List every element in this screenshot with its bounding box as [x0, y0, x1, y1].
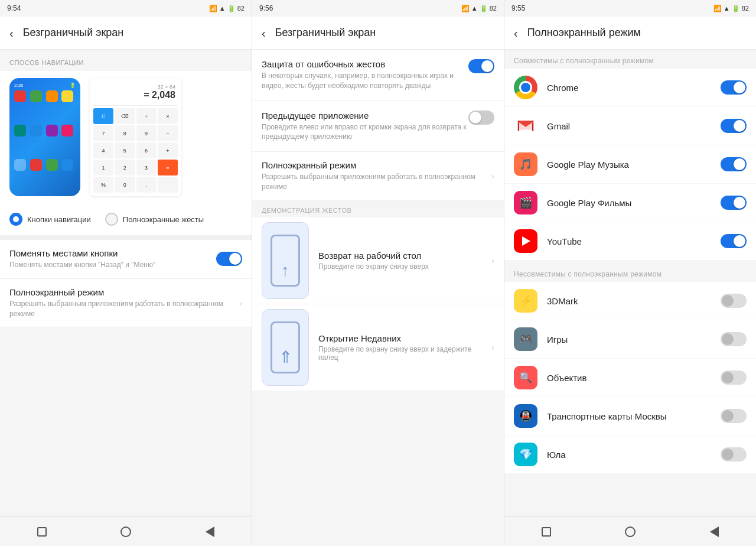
app-item-games[interactable]: 🎮 Игры [504, 320, 756, 359]
nav-square-btn[interactable] [27, 517, 57, 547]
toggle-thumb [734, 120, 745, 132]
divider-1 [0, 235, 252, 240]
nav-options: Кнопки навигации Полноэкранные жесты [0, 203, 252, 235]
swap-buttons-item[interactable]: Поменять местами кнопки Поменять местами… [0, 240, 252, 279]
gesture-protection-item[interactable]: Защита от ошибочных жестов В некоторых с… [252, 50, 504, 101]
lens-name: Объектив [547, 373, 711, 383]
app-item-yula[interactable]: 💎 Юла [504, 436, 756, 474]
panel-right: 9:55 📶 ▲ 🔋 82 ‹ Полноэкранный режим Совм… [504, 0, 756, 546]
3dmark-name: 3DMark [547, 296, 711, 306]
status-icons-right: 📶 ▲ 🔋 82 [713, 5, 749, 12]
lens-icon: 🔍 [514, 366, 537, 389]
3dmark-icon: ⚡ [514, 289, 537, 313]
toggle-thumb [734, 82, 745, 93]
fullscreen-mode-mid-title: Полноэкранный режим [262, 160, 491, 170]
app-item-3dmark[interactable]: ⚡ 3DMark [504, 282, 756, 320]
yula-name: Юла [547, 450, 711, 460]
app-icon [61, 90, 73, 102]
status-icons-middle: 📶 ▲ 🔋 82 [461, 5, 497, 12]
3dmark-toggle [721, 294, 747, 308]
app-item-gmail[interactable]: Gmail [504, 107, 756, 145]
status-bar-left: 9:54 📶 ▲ 🔋 82 [0, 0, 252, 17]
transport-name: Транспортные карты Москвы [547, 411, 711, 421]
time-middle: 9:56 [259, 4, 273, 12]
gpmovies-name: Google Play Фильмы [547, 198, 711, 208]
battery-left: 📶 ▲ 🔋 82 [209, 5, 245, 12]
title-left: Безграничный экран [23, 27, 124, 39]
gmail-toggle[interactable] [721, 119, 747, 133]
title-middle: Безграничный экран [275, 27, 376, 39]
yt-play-icon [522, 236, 530, 246]
youtube-toggle[interactable] [721, 234, 747, 248]
gpmovies-icon: 🎬 [514, 191, 537, 214]
demo-section-label: ДЕМОНСТРАЦИЯ ЖЕСТОВ [252, 201, 504, 217]
nav-mode-container: 2:36 🔋 [0, 71, 252, 203]
title-right: Полноэкранный режим [527, 27, 641, 39]
back-button-right[interactable]: ‹ [514, 27, 518, 39]
app-item-chrome[interactable]: Chrome [504, 69, 756, 107]
gesture-home-desc: Проведите по экрану снизу вверх [318, 262, 482, 271]
prev-app-item[interactable]: Предыдущее приложение Проведите влево ил… [252, 101, 504, 152]
gesture-protection-toggle[interactable] [468, 59, 494, 73]
app-item-gpmovies[interactable]: 🎬 Google Play Фильмы [504, 184, 756, 222]
nav-square-btn-right[interactable] [532, 517, 561, 547]
fullscreen-mode-mid-item[interactable]: Полноэкранный режим Разрешить выбранным … [252, 152, 504, 201]
app-icon [46, 90, 58, 102]
app-item-youtube[interactable]: YouTube [504, 222, 756, 261]
app-icon [14, 125, 26, 136]
back-button-left[interactable]: ‹ [9, 27, 14, 39]
gesture-recent-item[interactable]: ⇑ Открытие Недавних Проведите по экрану … [252, 304, 504, 391]
gesture-home-item[interactable]: ↑ Возврат на рабочий стол Проведите по э… [252, 217, 504, 304]
swap-buttons-toggle[interactable] [216, 252, 242, 266]
gpmusic-icon: 🎵 [514, 152, 537, 176]
calc-buttons: C ⌫ ÷ × 7 8 9 − 4 5 6 + 1 2 3 = % [93, 108, 178, 193]
prev-app-title: Предыдущее приложение [262, 110, 468, 121]
app-item-gpmusic[interactable]: 🎵 Google Play Музыка [504, 145, 756, 184]
toggle-thumb [722, 295, 734, 307]
gpmusic-toggle[interactable] [721, 157, 747, 171]
nav-home-btn[interactable] [111, 517, 141, 547]
phone-apps-grid [14, 90, 76, 191]
toggle-thumb [722, 410, 734, 422]
app-icon [30, 159, 42, 171]
youtube-icon [514, 229, 537, 253]
status-bar-middle: 9:56 📶 ▲ 🔋 82 [252, 0, 504, 17]
toggle-thumb [734, 235, 745, 247]
swap-buttons-content: Поменять местами кнопки Поменять местами… [9, 248, 216, 270]
nav-option-buttons[interactable]: Кнопки навигации [9, 213, 91, 226]
nav-back-btn[interactable] [195, 517, 224, 547]
time-right: 9:55 [511, 4, 525, 12]
prev-app-content: Предыдущее приложение Проведите влево ил… [262, 110, 468, 142]
fullscreen-mid-chevron: › [491, 171, 494, 181]
app-icon [61, 125, 73, 136]
gesture-recent-chevron: › [491, 343, 494, 352]
games-icon: 🎮 [514, 327, 537, 351]
gesture-home-chevron: › [491, 256, 494, 265]
back-button-middle[interactable]: ‹ [262, 27, 266, 39]
gesture-recent-info: Открытие Недавних Проведите по экрану сн… [318, 333, 482, 362]
gesture-recent-desc: Проведите по экрану снизу вверх и задерж… [318, 345, 482, 362]
nav-home-btn-right[interactable] [615, 517, 645, 547]
transport-icon: 🚇 [514, 404, 537, 428]
prev-app-toggle[interactable] [468, 110, 494, 125]
incompat-section-label: Несовместимы с полноэкранным режимом [504, 263, 756, 282]
fullscreen-mode-item[interactable]: Полноэкранный режим Разрешить выбранным … [0, 279, 252, 328]
gesture-home-title: Возврат на рабочий стол [318, 251, 482, 261]
chrome-name: Chrome [547, 83, 711, 93]
toggle-thumb [470, 112, 481, 124]
section-label-nav: СПОСОБ НАВИГАЦИИ [0, 50, 252, 71]
chrome-icon [514, 76, 537, 99]
circle-icon [625, 526, 636, 537]
nav-back-btn-right[interactable] [699, 517, 729, 547]
chrome-toggle[interactable] [721, 80, 747, 95]
gpmovies-toggle[interactable] [721, 196, 747, 210]
app-icon [30, 125, 42, 136]
app-item-transport[interactable]: 🚇 Транспортные карты Москвы [504, 397, 756, 436]
app-item-lens[interactable]: 🔍 Объектив [504, 359, 756, 397]
prev-app-subtitle: Проведите влево или вправо от кромки экр… [262, 122, 468, 142]
fullscreen-mode-title: Полноэкранный режим [9, 287, 239, 297]
header-left: ‹ Безграничный экран [0, 17, 252, 50]
nav-option-gestures[interactable]: Полноэкранные жесты [105, 213, 204, 226]
toggle-thumb [229, 253, 241, 265]
app-icon [14, 90, 26, 102]
